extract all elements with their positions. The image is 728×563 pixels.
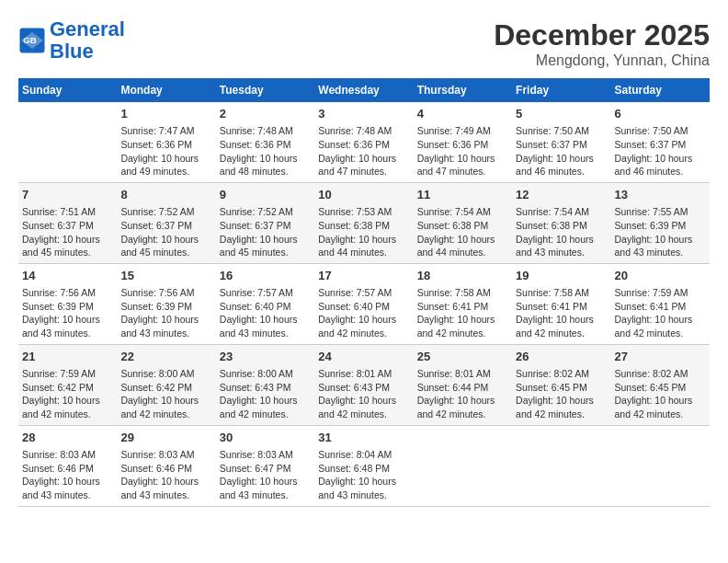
day-info: Sunrise: 8:01 AM Sunset: 6:43 PM Dayligh… [318,367,409,421]
day-info: Sunrise: 7:55 AM Sunset: 6:39 PM Dayligh… [615,205,706,259]
day-number: 4 [417,106,508,122]
day-info: Sunrise: 7:49 AM Sunset: 6:36 PM Dayligh… [417,124,508,178]
day-cell: 14Sunrise: 7:56 AM Sunset: 6:39 PM Dayli… [18,263,117,344]
day-number: 20 [615,268,706,284]
day-info: Sunrise: 7:53 AM Sunset: 6:38 PM Dayligh… [318,205,409,259]
day-number: 8 [120,187,211,203]
day-cell: 23Sunrise: 8:00 AM Sunset: 6:43 PM Dayli… [216,344,314,425]
day-number: 23 [220,349,311,365]
day-number: 16 [220,268,311,284]
header-cell-saturday: Saturday [611,78,710,102]
calendar-body: 1Sunrise: 7:47 AM Sunset: 6:36 PM Daylig… [18,102,710,506]
day-number: 14 [22,268,113,284]
header-cell-thursday: Thursday [414,78,512,102]
day-info: Sunrise: 8:04 AM Sunset: 6:48 PM Dayligh… [318,448,409,502]
day-info: Sunrise: 7:52 AM Sunset: 6:37 PM Dayligh… [120,205,211,259]
day-info: Sunrise: 7:48 AM Sunset: 6:36 PM Dayligh… [318,124,409,178]
day-info: Sunrise: 7:47 AM Sunset: 6:36 PM Dayligh… [120,124,211,178]
logo: GB General Blue [18,18,125,63]
day-info: Sunrise: 7:54 AM Sunset: 6:38 PM Dayligh… [417,205,508,259]
day-info: Sunrise: 7:57 AM Sunset: 6:40 PM Dayligh… [318,286,409,340]
day-info: Sunrise: 7:59 AM Sunset: 6:42 PM Dayligh… [22,367,113,421]
day-cell: 27Sunrise: 8:02 AM Sunset: 6:45 PM Dayli… [611,344,710,425]
month-title: December 2025 [494,18,710,52]
logo-icon: GB [18,27,46,54]
day-info: Sunrise: 7:54 AM Sunset: 6:38 PM Dayligh… [516,205,607,259]
day-cell [18,102,117,182]
day-cell [512,425,610,506]
calendar-table: SundayMondayTuesdayWednesdayThursdayFrid… [18,78,710,507]
day-number: 11 [417,187,508,203]
day-number: 10 [318,187,409,203]
day-number: 29 [120,430,211,446]
day-cell: 21Sunrise: 7:59 AM Sunset: 6:42 PM Dayli… [18,344,117,425]
day-number: 17 [318,268,409,284]
day-cell: 1Sunrise: 7:47 AM Sunset: 6:36 PM Daylig… [117,102,215,182]
calendar-header: SundayMondayTuesdayWednesdayThursdayFrid… [18,78,710,102]
day-cell: 17Sunrise: 7:57 AM Sunset: 6:40 PM Dayli… [314,263,413,344]
day-info: Sunrise: 8:03 AM Sunset: 6:46 PM Dayligh… [120,448,211,502]
week-row-1: 1Sunrise: 7:47 AM Sunset: 6:36 PM Daylig… [18,102,710,182]
day-info: Sunrise: 8:02 AM Sunset: 6:45 PM Dayligh… [615,367,706,421]
week-row-2: 7Sunrise: 7:51 AM Sunset: 6:37 PM Daylig… [18,182,710,263]
day-number: 13 [615,187,706,203]
day-number: 30 [220,430,311,446]
day-cell: 28Sunrise: 8:03 AM Sunset: 6:46 PM Dayli… [18,425,117,506]
day-cell: 9Sunrise: 7:52 AM Sunset: 6:37 PM Daylig… [216,182,314,263]
day-info: Sunrise: 7:50 AM Sunset: 6:37 PM Dayligh… [516,124,607,178]
day-cell: 13Sunrise: 7:55 AM Sunset: 6:39 PM Dayli… [611,182,710,263]
day-info: Sunrise: 7:58 AM Sunset: 6:41 PM Dayligh… [417,286,508,340]
day-info: Sunrise: 8:03 AM Sunset: 6:47 PM Dayligh… [220,448,311,502]
day-number: 26 [516,349,607,365]
day-number: 21 [22,349,113,365]
day-number: 18 [417,268,508,284]
day-info: Sunrise: 7:57 AM Sunset: 6:40 PM Dayligh… [220,286,311,340]
day-cell: 29Sunrise: 8:03 AM Sunset: 6:46 PM Dayli… [117,425,215,506]
day-cell: 3Sunrise: 7:48 AM Sunset: 6:36 PM Daylig… [314,102,413,182]
day-cell: 12Sunrise: 7:54 AM Sunset: 6:38 PM Dayli… [512,182,610,263]
day-cell: 24Sunrise: 8:01 AM Sunset: 6:43 PM Dayli… [314,344,413,425]
day-info: Sunrise: 8:01 AM Sunset: 6:44 PM Dayligh… [417,367,508,421]
day-number: 28 [22,430,113,446]
day-cell: 20Sunrise: 7:59 AM Sunset: 6:41 PM Dayli… [611,263,710,344]
day-cell: 30Sunrise: 8:03 AM Sunset: 6:47 PM Dayli… [216,425,314,506]
day-number: 15 [120,268,211,284]
day-number: 31 [318,430,409,446]
day-cell: 25Sunrise: 8:01 AM Sunset: 6:44 PM Dayli… [414,344,512,425]
day-info: Sunrise: 8:00 AM Sunset: 6:43 PM Dayligh… [220,367,311,421]
day-number: 3 [318,106,409,122]
day-info: Sunrise: 7:48 AM Sunset: 6:36 PM Dayligh… [220,124,311,178]
day-cell: 31Sunrise: 8:04 AM Sunset: 6:48 PM Dayli… [314,425,413,506]
day-number: 12 [516,187,607,203]
day-cell: 10Sunrise: 7:53 AM Sunset: 6:38 PM Dayli… [314,182,413,263]
week-row-3: 14Sunrise: 7:56 AM Sunset: 6:39 PM Dayli… [18,263,710,344]
day-cell [414,425,512,506]
header-cell-wednesday: Wednesday [314,78,413,102]
day-info: Sunrise: 7:58 AM Sunset: 6:41 PM Dayligh… [516,286,607,340]
header-row: SundayMondayTuesdayWednesdayThursdayFrid… [18,78,710,102]
page-header: GB General Blue December 2025 Mengdong, … [18,18,710,69]
day-cell: 15Sunrise: 7:56 AM Sunset: 6:39 PM Dayli… [117,263,215,344]
day-number: 1 [120,106,211,122]
header-cell-tuesday: Tuesday [216,78,314,102]
day-number: 19 [516,268,607,284]
day-cell: 26Sunrise: 8:02 AM Sunset: 6:45 PM Dayli… [512,344,610,425]
header-cell-friday: Friday [512,78,610,102]
day-number: 22 [120,349,211,365]
day-info: Sunrise: 7:51 AM Sunset: 6:37 PM Dayligh… [22,205,113,259]
location-title: Mengdong, Yunnan, China [494,52,710,69]
svg-text:GB: GB [23,35,37,45]
day-info: Sunrise: 8:02 AM Sunset: 6:45 PM Dayligh… [516,367,607,421]
title-block: December 2025 Mengdong, Yunnan, China [494,18,710,69]
day-cell: 16Sunrise: 7:57 AM Sunset: 6:40 PM Dayli… [216,263,314,344]
day-cell: 7Sunrise: 7:51 AM Sunset: 6:37 PM Daylig… [18,182,117,263]
day-cell: 6Sunrise: 7:50 AM Sunset: 6:37 PM Daylig… [611,102,710,182]
day-info: Sunrise: 8:00 AM Sunset: 6:42 PM Dayligh… [120,367,211,421]
day-cell [611,425,710,506]
day-cell: 11Sunrise: 7:54 AM Sunset: 6:38 PM Dayli… [414,182,512,263]
day-number: 2 [220,106,311,122]
day-number: 7 [22,187,113,203]
day-info: Sunrise: 7:56 AM Sunset: 6:39 PM Dayligh… [22,286,113,340]
day-cell: 22Sunrise: 8:00 AM Sunset: 6:42 PM Dayli… [117,344,215,425]
day-cell: 8Sunrise: 7:52 AM Sunset: 6:37 PM Daylig… [117,182,215,263]
